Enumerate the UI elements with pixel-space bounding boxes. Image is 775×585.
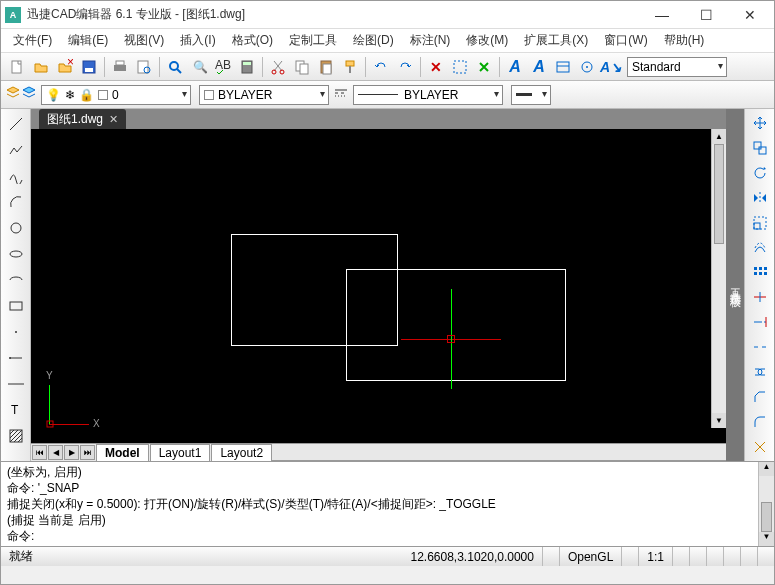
command-text[interactable]: (坐标为, 启用) 命令: '_SNAP 捕捉关闭(x和y = 0.5000):… <box>1 462 758 546</box>
undo-icon[interactable] <box>370 56 392 78</box>
rectangle-icon[interactable] <box>5 295 27 317</box>
doc-tab[interactable]: 图纸1.dwg ✕ <box>39 109 126 129</box>
layer-dropdown[interactable]: 💡 ❄ 🔒 0 <box>41 85 191 105</box>
text-style-icon[interactable]: A <box>504 56 526 78</box>
format-paint-icon[interactable] <box>339 56 361 78</box>
array-icon[interactable] <box>749 262 771 283</box>
menu-custom-tools[interactable]: 定制工具 <box>281 29 345 52</box>
find-text-icon[interactable]: 🔍 <box>188 56 210 78</box>
iso-toggle-icon[interactable] <box>622 547 639 566</box>
menu-modify[interactable]: 修改(M) <box>458 29 516 52</box>
save-icon[interactable] <box>78 56 100 78</box>
polar-toggle-icon[interactable] <box>707 547 724 566</box>
tool-palette-tab[interactable]: 工具选项板 <box>726 109 744 461</box>
grid-toggle-icon[interactable] <box>673 547 690 566</box>
lwt-toggle-icon[interactable] <box>741 547 758 566</box>
doc-tab-close-icon[interactable]: ✕ <box>109 113 118 126</box>
linetype-dropdown[interactable]: BYLAYER <box>353 85 503 105</box>
close-button[interactable]: ✕ <box>740 5 760 25</box>
polyline-icon[interactable] <box>5 139 27 161</box>
status-scale[interactable]: 1:1 <box>639 547 673 566</box>
menu-file[interactable]: 文件(F) <box>5 29 60 52</box>
ellipse-arc-icon[interactable] <box>5 269 27 291</box>
ortho-toggle-icon[interactable] <box>690 547 707 566</box>
audit-icon[interactable] <box>473 56 495 78</box>
drawing-canvas[interactable]: Y X ▲ ▼ <box>31 129 726 443</box>
move-icon[interactable] <box>749 113 771 134</box>
arc-icon[interactable] <box>5 191 27 213</box>
print-icon[interactable] <box>109 56 131 78</box>
menu-dimension[interactable]: 标注(N) <box>402 29 459 52</box>
menu-format[interactable]: 格式(O) <box>224 29 281 52</box>
find-icon[interactable] <box>164 56 186 78</box>
text-style-dropdown[interactable]: Standard <box>627 57 727 77</box>
cmd-scrollbar[interactable]: ▲ ▼ <box>758 462 774 546</box>
menu-help[interactable]: 帮助(H) <box>656 29 713 52</box>
rotate-icon[interactable] <box>749 163 771 184</box>
line-icon[interactable] <box>5 113 27 135</box>
calc-icon[interactable] <box>236 56 258 78</box>
scale-icon[interactable] <box>749 212 771 233</box>
print-preview-icon[interactable] <box>133 56 155 78</box>
circle-icon[interactable] <box>5 217 27 239</box>
menu-window[interactable]: 窗口(W) <box>596 29 655 52</box>
tab-model[interactable]: Model <box>96 444 149 462</box>
point-icon[interactable] <box>5 321 27 343</box>
tab-first-icon[interactable]: ⏮ <box>32 445 47 460</box>
menu-view[interactable]: 视图(V) <box>116 29 172 52</box>
linetype-icon[interactable] <box>333 85 349 104</box>
copy-obj-icon[interactable] <box>749 138 771 159</box>
menu-ext-tools[interactable]: 扩展工具(X) <box>516 29 596 52</box>
copy-icon[interactable] <box>291 56 313 78</box>
explode-icon[interactable] <box>749 436 771 457</box>
menu-draw[interactable]: 绘图(D) <box>345 29 402 52</box>
open-icon[interactable] <box>30 56 52 78</box>
mleader-style-icon[interactable]: A↘ <box>600 56 622 78</box>
new-icon[interactable] <box>6 56 28 78</box>
tab-layout2[interactable]: Layout2 <box>211 444 272 462</box>
break-icon[interactable] <box>749 337 771 358</box>
maximize-button[interactable]: ☐ <box>696 5 716 25</box>
layer-states-icon[interactable] <box>21 85 37 104</box>
join-icon[interactable] <box>749 362 771 383</box>
trim-icon[interactable] <box>749 287 771 308</box>
hatch-icon[interactable] <box>5 425 27 447</box>
menu-edit[interactable]: 编辑(E) <box>60 29 116 52</box>
ray-icon[interactable] <box>5 347 27 369</box>
delete-icon[interactable]: ✕ <box>425 56 447 78</box>
offset-icon[interactable] <box>749 237 771 258</box>
mirror-icon[interactable] <box>749 188 771 209</box>
paste-icon[interactable] <box>315 56 337 78</box>
chamfer-icon[interactable] <box>749 386 771 407</box>
scroll-down-icon[interactable]: ▼ <box>712 413 726 428</box>
status-render[interactable]: OpenGL <box>560 547 622 566</box>
close-file-icon[interactable]: × <box>54 56 76 78</box>
point-style-icon[interactable] <box>576 56 598 78</box>
tab-layout1[interactable]: Layout1 <box>150 444 211 462</box>
spline-icon[interactable] <box>5 165 27 187</box>
menu-insert[interactable]: 插入(I) <box>172 29 223 52</box>
tab-prev-icon[interactable]: ◀ <box>48 445 63 460</box>
xline-icon[interactable] <box>5 373 27 395</box>
ellipse-icon[interactable] <box>5 243 27 265</box>
lineweight-dropdown[interactable] <box>511 85 551 105</box>
dim-style-icon[interactable]: A <box>528 56 550 78</box>
cut-icon[interactable] <box>267 56 289 78</box>
minimize-button[interactable]: — <box>652 5 672 25</box>
layer-manager-icon[interactable] <box>5 85 21 104</box>
snap-toggle-icon[interactable] <box>543 547 560 566</box>
fillet-icon[interactable] <box>749 411 771 432</box>
redo-icon[interactable] <box>394 56 416 78</box>
color-dropdown[interactable]: BYLAYER <box>199 85 329 105</box>
tab-next-icon[interactable]: ▶ <box>64 445 79 460</box>
extend-icon[interactable] <box>749 312 771 333</box>
scroll-thumb[interactable] <box>714 144 724 244</box>
select-icon[interactable] <box>449 56 471 78</box>
spell-icon[interactable]: ABC <box>212 56 234 78</box>
text-icon[interactable]: T <box>5 399 27 421</box>
model-toggle-icon[interactable] <box>758 547 774 566</box>
scroll-up-icon[interactable]: ▲ <box>712 129 726 144</box>
table-style-icon[interactable] <box>552 56 574 78</box>
osnap-toggle-icon[interactable] <box>724 547 741 566</box>
tab-last-icon[interactable]: ⏭ <box>80 445 95 460</box>
